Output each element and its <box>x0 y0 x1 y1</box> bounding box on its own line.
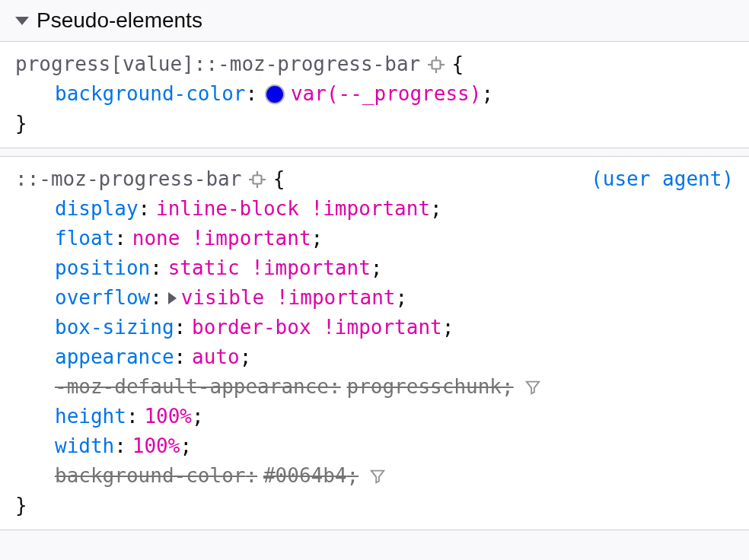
property-value[interactable]: inline-block !important <box>156 194 430 224</box>
semicolon: ; <box>481 79 493 109</box>
pseudo-elements-section-header[interactable]: Pseudo-elements <box>0 0 749 42</box>
declarations: background-color: var(--_progress); <box>15 79 734 109</box>
colon: : <box>150 253 162 283</box>
colon: : <box>114 431 126 461</box>
svg-rect-5 <box>253 175 262 183</box>
filter-icon[interactable] <box>369 468 386 485</box>
colon: : <box>174 342 186 372</box>
property-name[interactable]: float <box>55 224 114 253</box>
colon: : <box>150 283 162 313</box>
rule-header: ::-moz-progress-bar { (user agent) <box>15 164 734 194</box>
declaration[interactable]: -moz-default-appearance:progresschunk; <box>55 372 734 402</box>
property-name[interactable]: -moz-default-appearance <box>55 372 329 402</box>
declaration[interactable]: background-color: var(--_progress); <box>55 79 734 109</box>
filter-icon[interactable] <box>524 379 541 396</box>
semicolon: ; <box>430 194 442 224</box>
declaration[interactable]: box-sizing:border-box !important; <box>55 313 734 342</box>
property-name[interactable]: height <box>55 402 126 431</box>
declaration[interactable]: width:100%; <box>55 431 734 461</box>
property-value[interactable]: auto <box>192 342 240 372</box>
svg-rect-0 <box>432 60 440 68</box>
declaration[interactable]: display:inline-block !important; <box>55 194 734 224</box>
expand-icon[interactable] <box>168 292 177 304</box>
property-name[interactable]: appearance <box>55 342 174 372</box>
selector[interactable]: progress[value]::-moz-progress-bar <box>15 49 420 79</box>
semicolon: ; <box>240 342 252 372</box>
rule-source[interactable]: (user agent) <box>591 164 734 194</box>
property-value[interactable]: progresschunk <box>347 372 502 402</box>
colon: : <box>245 461 257 491</box>
close-brace: } <box>15 491 734 520</box>
highlighter-icon[interactable] <box>248 170 266 189</box>
property-name[interactable]: display <box>55 194 139 224</box>
declaration[interactable]: position:static !important; <box>55 253 734 283</box>
colon: : <box>139 194 151 224</box>
colon: : <box>174 313 186 342</box>
semicolon: ; <box>192 402 204 431</box>
open-brace: { <box>273 164 285 194</box>
open-brace: { <box>452 49 464 79</box>
semicolon: ; <box>371 253 383 283</box>
declaration[interactable]: overflow:visible !important; <box>55 283 734 313</box>
colon: : <box>329 372 341 402</box>
styles-panel: Pseudo-elements progress[value]::-moz-pr… <box>0 0 749 530</box>
semicolon: ; <box>180 431 192 461</box>
property-value[interactable]: var(--_progress) <box>291 79 481 109</box>
twisty-down-icon <box>15 17 29 25</box>
declaration[interactable]: float:none !important; <box>55 224 734 253</box>
declarations: display:inline-block !important;float:no… <box>15 194 734 491</box>
property-name[interactable]: background-color <box>55 79 245 109</box>
semicolon: ; <box>395 283 407 313</box>
selector[interactable]: ::-moz-progress-bar <box>15 164 241 194</box>
css-rule: ::-moz-progress-bar { (user agent) displ… <box>0 156 749 530</box>
declaration[interactable]: height:100%; <box>55 402 734 431</box>
property-value[interactable]: static !important <box>168 253 371 283</box>
colon: : <box>126 402 139 431</box>
highlighter-icon[interactable] <box>427 56 445 74</box>
semicolon: ; <box>442 313 454 342</box>
semicolon: ; <box>347 461 359 491</box>
property-name[interactable]: width <box>55 431 114 461</box>
declaration[interactable]: background-color:#0064b4; <box>55 461 734 491</box>
property-name[interactable]: box-sizing <box>55 313 174 342</box>
close-brace: } <box>15 109 734 138</box>
property-value[interactable]: 100% <box>144 402 192 431</box>
property-value[interactable]: none !important <box>132 224 311 253</box>
color-swatch[interactable] <box>265 84 285 104</box>
property-value[interactable]: 100% <box>132 431 180 461</box>
css-rule: progress[value]::-moz-progress-bar { bac… <box>0 42 749 148</box>
semicolon: ; <box>311 224 324 253</box>
property-name[interactable]: background-color <box>55 461 245 491</box>
property-name[interactable]: overflow <box>55 283 150 313</box>
section-title: Pseudo-elements <box>37 5 202 37</box>
declaration[interactable]: appearance:auto; <box>55 342 734 372</box>
property-value[interactable]: visible !important <box>181 283 396 313</box>
colon: : <box>114 224 126 253</box>
property-value[interactable]: border-box !important <box>192 313 442 342</box>
colon: : <box>245 79 257 109</box>
property-name[interactable]: position <box>55 253 150 283</box>
rule-header: progress[value]::-moz-progress-bar { <box>15 49 734 79</box>
property-value[interactable]: #0064b4 <box>263 461 347 491</box>
semicolon: ; <box>502 372 514 402</box>
